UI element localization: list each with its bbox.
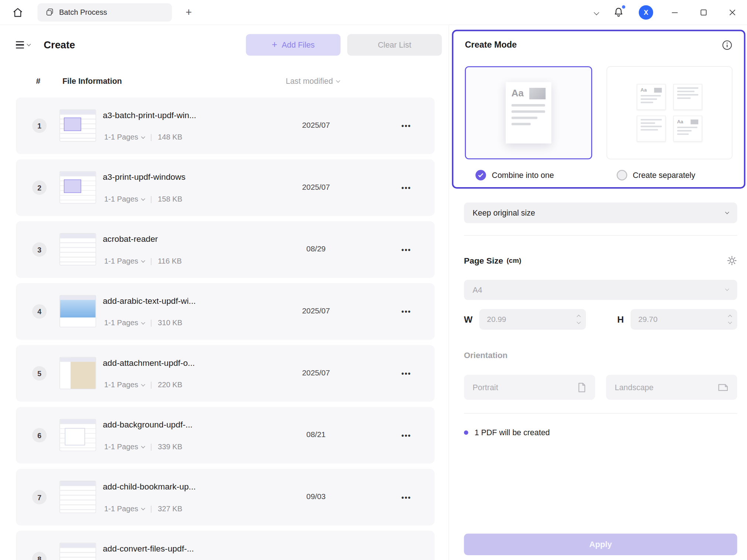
- file-list: 1 a3-batch-print-updf-win... 1-1 Pages |…: [0, 97, 448, 560]
- file-row[interactable]: 8 add-convert-files-updf-... | •••: [16, 531, 435, 560]
- pages-dropdown[interactable]: 1-1 Pages: [104, 257, 144, 265]
- file-thumbnail: [59, 543, 96, 560]
- row-more-button[interactable]: •••: [394, 243, 418, 257]
- stepper-up-icon: [728, 315, 732, 319]
- height-field[interactable]: [631, 309, 737, 330]
- file-modified-date: 2025/07: [285, 183, 347, 191]
- file-index-badge: 8: [32, 552, 47, 560]
- column-last-modified-sort[interactable]: Last modified: [286, 77, 340, 86]
- combine-mode-card[interactable]: Aa: [465, 66, 592, 159]
- radio-checked-icon: [475, 170, 486, 181]
- page-size-settings-button[interactable]: [727, 255, 737, 266]
- height-input[interactable]: [631, 309, 737, 330]
- portrait-icon: [577, 382, 587, 393]
- sub-separator: |: [150, 257, 152, 265]
- file-size: 158 KB: [158, 195, 182, 203]
- apply-button[interactable]: Apply: [464, 534, 737, 556]
- portrait-button[interactable]: Portrait: [464, 375, 595, 400]
- divider: [464, 413, 737, 413]
- create-mode-section: Create Mode Aa: [452, 30, 745, 189]
- new-tab-button[interactable]: +: [181, 4, 197, 20]
- file-size: 148 KB: [158, 133, 182, 141]
- list-menu-button[interactable]: [16, 41, 30, 48]
- file-row[interactable]: 7 add-child-bookmark-up... 1-1 Pages | 3…: [16, 469, 435, 525]
- column-file-information: File Information: [62, 77, 122, 86]
- width-field[interactable]: [479, 309, 586, 330]
- file-modified-date: 08/29: [285, 245, 347, 253]
- width-stepper[interactable]: [577, 309, 580, 330]
- height-label: H: [617, 314, 624, 325]
- file-index-badge: 6: [32, 428, 47, 443]
- file-row[interactable]: 1 a3-batch-print-updf-win... 1-1 Pages |…: [16, 97, 435, 154]
- stepper-up-icon: [577, 315, 581, 319]
- pages-dropdown[interactable]: 1-1 Pages: [104, 504, 144, 513]
- file-name: a3-print-updf-windows: [103, 172, 185, 182]
- height-stepper[interactable]: [729, 309, 731, 330]
- pages-chevron-icon: [141, 196, 145, 200]
- file-modified-date: 2025/07: [285, 307, 347, 315]
- file-index-badge: 3: [32, 243, 47, 257]
- status-row: 1 PDF will be created: [464, 428, 737, 437]
- pages-dropdown[interactable]: 1-1 Pages: [104, 443, 144, 451]
- pages-chevron-icon: [141, 134, 145, 138]
- dropdown-chevron-button[interactable]: [594, 10, 598, 14]
- minimize-button[interactable]: [668, 5, 682, 20]
- row-more-button[interactable]: •••: [394, 304, 418, 319]
- notifications-button[interactable]: [613, 7, 624, 18]
- maximize-button[interactable]: [696, 5, 711, 20]
- file-modified-date: 09/03: [285, 492, 347, 501]
- file-index-badge: 2: [32, 181, 47, 195]
- file-row[interactable]: 5 add-attachment-updf-o... 1-1 Pages | 2…: [16, 345, 435, 402]
- paper-size-dropdown[interactable]: A4: [464, 280, 737, 300]
- row-more-button[interactable]: •••: [394, 181, 418, 195]
- row-more-button[interactable]: •••: [394, 366, 418, 381]
- size-mode-dropdown[interactable]: Keep original size: [464, 203, 737, 223]
- create-separately-radio[interactable]: Create separately: [606, 170, 733, 181]
- separate-mode-card[interactable]: Aa Aa: [606, 66, 732, 159]
- create-mode-title: Create Mode: [465, 40, 516, 50]
- file-name: add-child-bookmark-up...: [103, 482, 196, 492]
- radio-unchecked-icon: [617, 170, 627, 181]
- file-row[interactable]: 6 add-background-updf-... 1-1 Pages | 33…: [16, 407, 435, 463]
- orientation-label: Orientation: [464, 351, 747, 360]
- combine-into-one-radio[interactable]: Combine into one: [465, 170, 591, 181]
- multi-document-preview: Aa Aa: [637, 84, 702, 141]
- home-icon: [12, 7, 24, 18]
- file-size: 339 KB: [158, 443, 182, 451]
- row-more-button[interactable]: •••: [394, 428, 418, 443]
- combine-radio-label: Combine into one: [492, 171, 554, 180]
- pages-chevron-icon: [141, 320, 145, 324]
- file-name: acrobat-reader: [103, 234, 158, 244]
- close-icon: [729, 9, 736, 16]
- sub-separator: |: [150, 504, 152, 513]
- pages-dropdown[interactable]: 1-1 Pages: [104, 319, 144, 327]
- info-button[interactable]: [722, 39, 733, 50]
- file-row[interactable]: 4 add-arabic-text-updf-wi... 1-1 Pages |…: [16, 283, 435, 340]
- landscape-icon: [717, 383, 729, 392]
- sub-separator: |: [150, 195, 152, 203]
- tab-label: Batch Process: [59, 8, 107, 16]
- pages-dropdown[interactable]: 1-1 Pages: [104, 195, 144, 203]
- file-thumbnail: [59, 233, 96, 265]
- file-size: 220 KB: [158, 381, 182, 389]
- row-more-button[interactable]: •••: [394, 118, 418, 133]
- row-more-button[interactable]: •••: [394, 490, 418, 504]
- clear-list-button[interactable]: Clear List: [347, 34, 442, 55]
- file-size: 327 KB: [158, 504, 182, 513]
- avatar[interactable]: X: [639, 5, 653, 20]
- single-document-preview: Aa: [506, 82, 552, 143]
- table-header: # File Information Last modified: [0, 77, 448, 91]
- add-files-button[interactable]: + Add Files: [246, 34, 341, 55]
- file-thumbnail: [59, 357, 96, 389]
- width-input[interactable]: [479, 309, 586, 330]
- landscape-button[interactable]: Landscape: [606, 375, 737, 400]
- close-button[interactable]: [725, 5, 740, 20]
- file-row[interactable]: 2 a3-print-updf-windows 1-1 Pages | 158 …: [16, 159, 435, 216]
- file-row[interactable]: 3 acrobat-reader 1-1 Pages | 116 KB 08/2…: [16, 221, 435, 278]
- divider: [464, 235, 737, 236]
- pages-dropdown[interactable]: 1-1 Pages: [104, 133, 144, 141]
- tab-batch-process[interactable]: Batch Process: [37, 3, 172, 21]
- pages-dropdown[interactable]: 1-1 Pages: [104, 381, 144, 389]
- home-button[interactable]: [7, 3, 29, 22]
- file-thumbnail: [59, 481, 96, 513]
